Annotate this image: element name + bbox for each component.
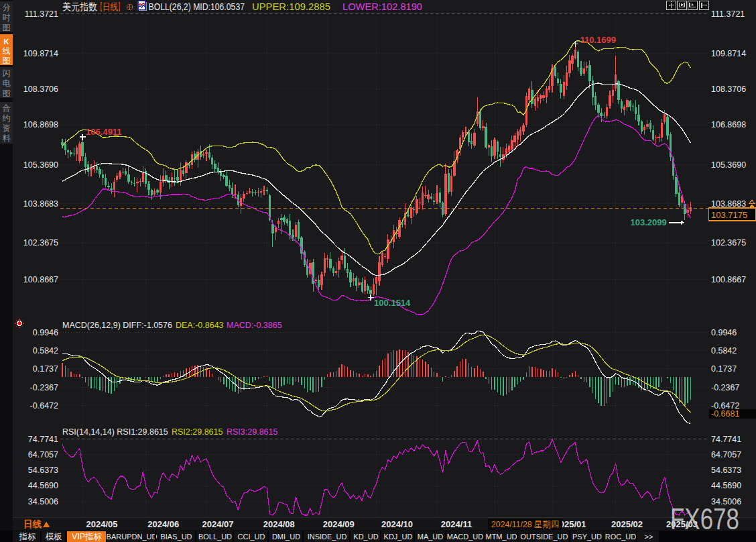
- svg-text:109.8714: 109.8714: [711, 49, 746, 58]
- svg-text:109.8714: 109.8714: [23, 49, 58, 58]
- svg-text:2024/08: 2024/08: [263, 519, 295, 529]
- svg-text:电: 电: [3, 78, 11, 88]
- svg-text:ROC_UD: ROC_UD: [605, 533, 637, 541]
- svg-text:KDJ_UD: KDJ_UD: [384, 533, 413, 541]
- svg-text:MACD:-0.3865: MACD:-0.3865: [227, 321, 282, 330]
- svg-text:111.3721: 111.3721: [25, 9, 58, 19]
- svg-text:44.5690: 44.5690: [28, 481, 58, 490]
- svg-text:日线: 日线: [103, 1, 118, 12]
- svg-text:111.3721: 111.3721: [711, 9, 745, 19]
- svg-text:0.5842: 0.5842: [711, 346, 737, 356]
- svg-text:时: 时: [3, 13, 11, 22]
- svg-text:模板: 模板: [45, 532, 62, 541]
- svg-text:闪: 闪: [3, 68, 11, 78]
- svg-text:线: 线: [3, 46, 11, 56]
- svg-text:64.7057: 64.7057: [711, 450, 741, 459]
- svg-text:103.2099: 103.2099: [631, 217, 667, 227]
- svg-text:106.4911: 106.4911: [86, 127, 122, 137]
- svg-text:KD_UD: KD_UD: [353, 533, 378, 541]
- svg-text:103.8683: 103.8683: [23, 199, 58, 209]
- svg-text:54.6373: 54.6373: [28, 466, 58, 475]
- svg-text:2024/09: 2024/09: [323, 519, 355, 529]
- svg-text:PSY_UD: PSY_UD: [572, 533, 602, 541]
- svg-text:【: 【: [98, 1, 103, 12]
- svg-text:RSI2:29.8615: RSI2:29.8615: [172, 427, 223, 437]
- svg-text:DMI_UD: DMI_UD: [272, 533, 300, 541]
- svg-text:2024/05: 2024/05: [86, 519, 118, 529]
- svg-text:105.3690: 105.3690: [711, 160, 746, 170]
- svg-text:BOLL_UD: BOLL_UD: [198, 533, 232, 541]
- svg-text:34.5006: 34.5006: [28, 497, 58, 506]
- svg-text:RSI(14,14,14) RSI1:29.8615: RSI(14,14,14) RSI1:29.8615: [62, 427, 168, 437]
- svg-text:MTM_UD: MTM_UD: [485, 533, 517, 541]
- svg-text:102.3675: 102.3675: [711, 238, 746, 248]
- svg-text:2025/02: 2025/02: [611, 519, 643, 529]
- svg-text:108.3706: 108.3706: [711, 85, 746, 94]
- svg-text:-0.6681: -0.6681: [711, 409, 739, 419]
- svg-text:100.8667: 100.8667: [23, 275, 58, 284]
- svg-text:2024/11: 2024/11: [441, 519, 472, 529]
- svg-text:合: 合: [3, 103, 11, 113]
- svg-text:FX678: FX678: [670, 502, 739, 536]
- svg-text:0.5842: 0.5842: [33, 346, 58, 356]
- svg-text:64.7057: 64.7057: [28, 450, 58, 459]
- svg-text:INSIDE_UD: INSIDE_UD: [308, 533, 347, 541]
- svg-text:2024/07: 2024/07: [202, 519, 234, 529]
- svg-text:-0.6472: -0.6472: [30, 401, 58, 411]
- svg-text:54.6373: 54.6373: [711, 466, 741, 475]
- svg-text:0.9946: 0.9946: [33, 328, 58, 337]
- svg-text:105.3690: 105.3690: [23, 160, 58, 170]
- svg-text:2024/06: 2024/06: [147, 519, 179, 529]
- svg-text:MACD(26,12,9) DIFF:-1.0576: MACD(26,12,9) DIFF:-1.0576: [62, 321, 172, 330]
- svg-text:2024/10: 2024/10: [381, 519, 413, 529]
- svg-text:美元指数: 美元指数: [62, 1, 97, 12]
- svg-text:指标: 指标: [19, 532, 37, 541]
- svg-text:100.1514: 100.1514: [374, 298, 411, 308]
- svg-text:108.3706: 108.3706: [23, 85, 58, 94]
- svg-text:110.1699: 110.1699: [580, 35, 616, 45]
- svg-text:】: 】: [118, 1, 123, 12]
- svg-text:44.5690: 44.5690: [711, 481, 741, 490]
- svg-text:0.1737: 0.1737: [711, 364, 737, 374]
- svg-text:资: 资: [3, 123, 11, 133]
- svg-text:106.8698: 106.8698: [711, 120, 746, 129]
- svg-text:分: 分: [3, 3, 11, 12]
- svg-text:106.8698: 106.8698: [23, 120, 58, 129]
- svg-text:CCI_UD: CCI_UD: [238, 533, 265, 541]
- svg-text:0.1737: 0.1737: [33, 364, 58, 374]
- svg-text:料: 料: [3, 133, 11, 143]
- svg-text:RSI3:29.8615: RSI3:29.8615: [227, 427, 277, 437]
- svg-text:BARUPDN_UD: BARUPDN_UD: [107, 533, 158, 541]
- svg-text:103.7175: 103.7175: [711, 210, 747, 220]
- svg-text:100.8667: 100.8667: [711, 275, 746, 284]
- svg-text:图: 图: [3, 89, 11, 98]
- svg-text:-0.2367: -0.2367: [711, 383, 739, 392]
- svg-text:OUTSIDE_UD: OUTSIDE_UD: [521, 533, 568, 541]
- svg-text:0.9946: 0.9946: [711, 328, 737, 337]
- svg-text:VIP指标: VIP指标: [72, 532, 103, 541]
- svg-text:2024/11/28 星期四: 2024/11/28 星期四: [491, 519, 559, 529]
- svg-text:-0.2367: -0.2367: [30, 383, 58, 392]
- svg-text:约: 约: [3, 113, 11, 123]
- svg-text:BIAS_UD: BIAS_UD: [160, 533, 192, 541]
- svg-text:MACD_UD: MACD_UD: [447, 533, 483, 541]
- svg-text:MA_UD: MA_UD: [418, 533, 444, 541]
- svg-text:图: 图: [3, 56, 11, 65]
- svg-text:BOLL(26,2) MID:106.0537: BOLL(26,2) MID:106.0537: [149, 1, 245, 12]
- svg-text:74.7741: 74.7741: [711, 435, 741, 444]
- svg-text:DEA:-0.8643: DEA:-0.8643: [176, 321, 224, 330]
- svg-text:102.3675: 102.3675: [23, 238, 58, 248]
- svg-text:LOWER:102.8190: LOWER:102.8190: [342, 1, 422, 12]
- svg-text:74.7741: 74.7741: [28, 435, 58, 444]
- svg-text:>>: >>: [645, 533, 653, 541]
- svg-text:图: 图: [3, 23, 11, 32]
- svg-text:UPPER:109.2885: UPPER:109.2885: [252, 1, 330, 12]
- svg-text:日线: 日线: [23, 519, 42, 529]
- svg-text:103.8683: 103.8683: [711, 199, 746, 209]
- svg-text:K: K: [4, 38, 9, 46]
